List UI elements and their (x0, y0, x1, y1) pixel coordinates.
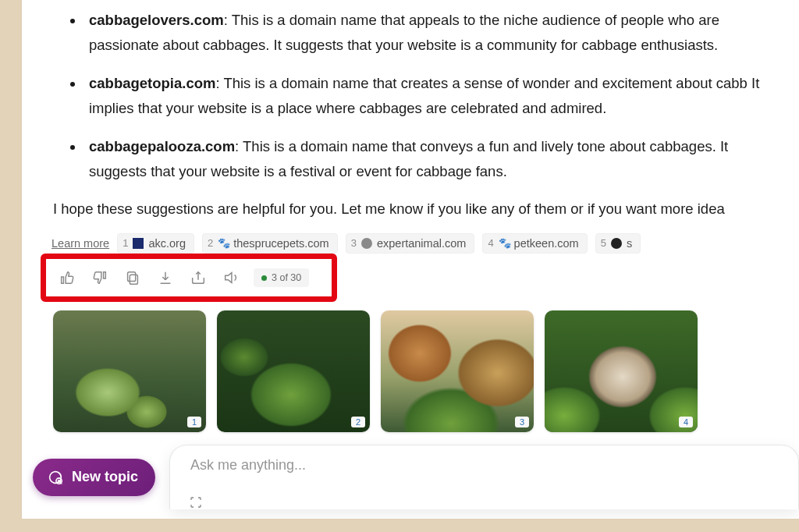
citation-number: 2 (208, 237, 213, 249)
paw-icon: 🐾 (218, 238, 229, 249)
status-dot-icon (261, 275, 267, 281)
new-topic-label: New topic (72, 469, 138, 485)
image-placeholder (53, 310, 206, 432)
result-image[interactable]: 2 (217, 310, 370, 432)
image-results: 1 2 3 4 (53, 310, 799, 432)
citation-site: akc.org (148, 237, 186, 250)
closing-text: I hope these suggestions are helpful for… (53, 197, 768, 222)
assistant-response: cabbagelovers.com: This is a domain name… (22, 0, 799, 222)
suggestion-item: cabbagepalooza.com: This is a domain nam… (84, 134, 768, 185)
citation-number: 1 (123, 237, 128, 249)
download-icon[interactable] (155, 268, 176, 288)
citation-number: 4 (488, 237, 493, 249)
domain-name: cabbagetopia.com (89, 75, 215, 91)
learn-more-label[interactable]: Learn more (51, 237, 109, 250)
result-image[interactable]: 1 (53, 310, 206, 432)
chat-plus-icon (47, 469, 64, 486)
svg-rect-1 (128, 272, 136, 282)
result-image[interactable]: 4 (545, 310, 698, 432)
image-index-badge: 4 (679, 417, 693, 427)
scan-icon[interactable] (189, 495, 203, 509)
message-toolbar-highlight: 3 of 30 (41, 254, 337, 302)
message-counter: 3 of 30 (254, 268, 309, 287)
image-index-badge: 3 (515, 417, 529, 427)
citation-link[interactable]: 2 🐾 thesprucepets.com (202, 233, 338, 254)
copy-icon[interactable] (123, 268, 143, 288)
suggestion-item: cabbagetopia.com: This is a domain name … (84, 71, 768, 122)
citation-site: s (627, 237, 632, 250)
svg-rect-0 (130, 275, 137, 284)
citation-site: petkeen.com (514, 237, 579, 250)
site-icon (611, 238, 622, 249)
citation-link[interactable]: 4 🐾 petkeen.com (482, 233, 587, 254)
citation-link[interactable]: 3 expertanimal.com (346, 233, 475, 254)
new-topic-button[interactable]: New topic (33, 459, 155, 496)
learn-more-row: Learn more 1 akc.org 2 🐾 thesprucepets.c… (22, 233, 799, 254)
counter-text: 3 of 30 (272, 272, 301, 283)
share-icon[interactable] (188, 268, 208, 288)
citation-number: 3 (351, 237, 357, 249)
image-index-badge: 1 (187, 417, 201, 427)
citation-site: thesprucepets.com (233, 237, 329, 250)
citation-number: 5 (601, 237, 606, 249)
image-index-badge: 2 (351, 417, 365, 427)
thumbs-down-icon[interactable] (90, 268, 110, 288)
result-image[interactable]: 3 (381, 310, 534, 432)
speaker-icon[interactable] (221, 268, 241, 288)
paw-icon: 🐾 (499, 238, 510, 249)
image-placeholder (381, 310, 534, 432)
compose-box[interactable] (169, 445, 799, 509)
domain-name: cabbagepalooza.com (89, 138, 235, 154)
citation-link[interactable]: 1 akc.org (117, 233, 194, 254)
composer-row: New topic (33, 445, 799, 509)
compose-input[interactable] (189, 456, 783, 474)
domain-name: cabbagelovers.com (89, 12, 224, 28)
globe-icon (361, 238, 372, 249)
site-icon (133, 238, 144, 249)
suggestion-item: cabbagelovers.com: This is a domain name… (84, 8, 768, 59)
thumbs-up-icon[interactable] (57, 268, 77, 288)
citation-site: expertanimal.com (377, 237, 466, 250)
image-placeholder (217, 310, 370, 432)
citation-link[interactable]: 5 s (595, 233, 641, 254)
chat-frame: cabbagelovers.com: This is a domain name… (22, 0, 799, 519)
image-placeholder (545, 310, 698, 432)
